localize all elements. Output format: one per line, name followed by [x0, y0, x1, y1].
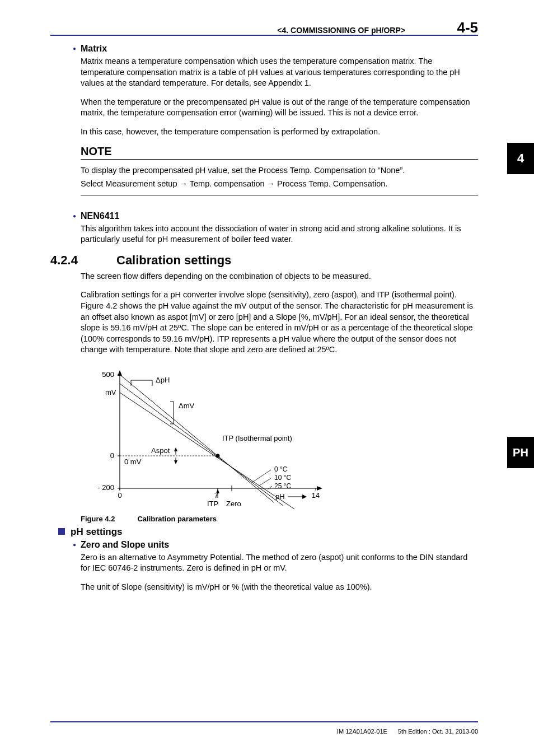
- heading-ph-settings: pH settings: [58, 526, 478, 538]
- xtick-14: 14: [312, 491, 320, 500]
- svg-line-16: [120, 384, 283, 506]
- heading-nen: NEN6411: [74, 211, 478, 221]
- calibration-chart: 500 mV 0 - 200 0 7 14 ΔpH ΔmV ITP (Isoth…: [81, 363, 349, 509]
- svg-marker-27: [174, 460, 177, 464]
- section-heading-calibration: 4.2.4Calibration settings: [50, 253, 478, 268]
- label-dph: ΔpH: [156, 376, 170, 384]
- label-10c: 10 °C: [274, 474, 291, 482]
- footer-edition: 5th Edition : Oct. 31, 2013-00: [398, 728, 478, 735]
- footer-docid: IM 12A01A02-01E: [337, 728, 387, 735]
- label-aspot: Aspot: [151, 446, 170, 455]
- heading-matrix-text: Matrix: [81, 44, 107, 53]
- label-dmv: ΔmV: [179, 402, 195, 410]
- svg-line-29: [259, 478, 271, 486]
- page-number: 4-5: [457, 19, 478, 36]
- cal-p2: Calibration settings for a pH converter …: [81, 290, 478, 355]
- matrix-p2: When the temperature or the precompensat…: [81, 97, 478, 119]
- svg-marker-32: [302, 494, 307, 499]
- label-0mv: 0 mV: [124, 458, 142, 466]
- heading-zero-slope-text: Zero and Slope units: [81, 540, 169, 549]
- section-num: 4.2.4: [50, 253, 116, 268]
- figure-title: Calibration parameters: [137, 515, 217, 523]
- matrix-p1: Matrix means a temperature compensation …: [81, 56, 478, 89]
- ytick-500: 500: [102, 370, 114, 379]
- ytick-0: 0: [110, 451, 114, 460]
- label-itp: ITP (Isothermal point): [222, 434, 292, 442]
- label-itpx: ITP: [207, 500, 218, 508]
- label-25c: 25 °C: [274, 482, 291, 490]
- zs-p1: Zero is an alternative to Asymmetry Pote…: [81, 552, 478, 574]
- xtick-7: 7: [214, 491, 218, 500]
- svg-line-17: [120, 393, 294, 509]
- header-rule: [50, 35, 478, 36]
- heading-matrix: Matrix: [74, 44, 478, 54]
- figure-caption: Figure 4.2Calibration parameters: [81, 515, 478, 523]
- matrix-p3: In this case, however, the temperature c…: [81, 127, 478, 138]
- label-zero: Zero: [226, 500, 241, 508]
- side-tab-chapter: 4: [507, 143, 534, 174]
- svg-line-30: [268, 486, 272, 489]
- footer-rule: [50, 721, 478, 722]
- chapter-label: <4. COMMISSIONING OF pH/ORP>: [277, 26, 405, 35]
- yaxis-mv: mV: [105, 388, 116, 396]
- heading-zero-slope: Zero and Slope units: [74, 540, 478, 550]
- ytick-neg200: - 200: [97, 483, 114, 492]
- side-tab-ph: PH: [507, 437, 534, 468]
- figure-number: Figure 4.2: [81, 515, 115, 523]
- label-0c: 0 °C: [274, 465, 288, 473]
- heading-nen-text: NEN6411: [81, 211, 119, 221]
- svg-marker-3: [317, 486, 322, 491]
- xtick-0: 0: [118, 491, 121, 500]
- heading-ph-settings-text: pH settings: [71, 526, 123, 537]
- note-body: To display the precompensated pH value, …: [81, 160, 478, 195]
- svg-marker-25: [174, 447, 177, 451]
- footer-text: IM 12A01A02-01E 5th Edition : Oct. 31, 2…: [337, 728, 478, 735]
- cal-p1: The screen flow differs depending on the…: [81, 271, 478, 282]
- note-title: NOTE: [81, 145, 478, 160]
- zs-p2: The unit of Slope (sensitivity) is mV/pH…: [81, 582, 478, 593]
- svg-line-28: [251, 470, 271, 483]
- label-ph: pH: [275, 492, 285, 501]
- section-title: Calibration settings: [116, 253, 231, 267]
- figure-4-2: 500 mV 0 - 200 0 7 14 ΔpH ΔmV ITP (Isoth…: [81, 363, 478, 509]
- note-line-2: Select Measurement setup → Temp. compens…: [81, 178, 478, 190]
- nen-p1: This algorithm takes into account the di…: [81, 223, 478, 245]
- note-line-1: To display the precompensated pH value, …: [81, 164, 478, 177]
